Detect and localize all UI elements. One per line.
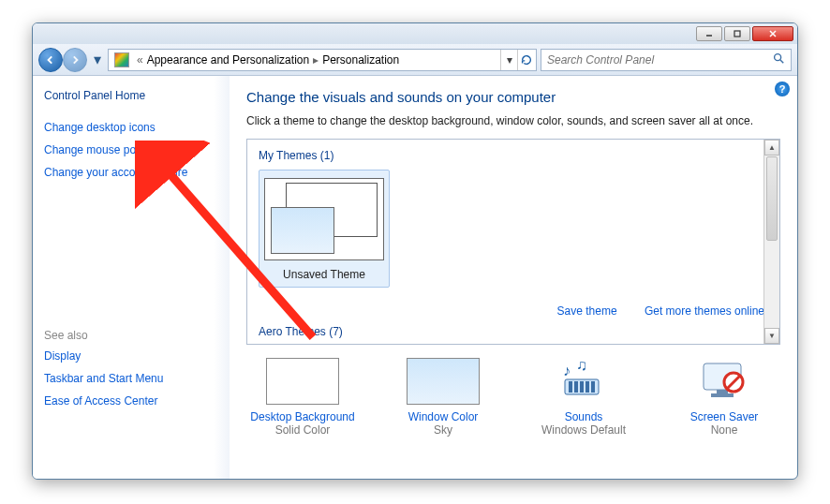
my-themes-label: My Themes (1) <box>259 149 768 162</box>
nav-row: ▾ « Appearance and Personalization ▸ Per… <box>33 44 797 76</box>
refresh-button[interactable] <box>517 50 534 70</box>
svg-rect-12 <box>585 381 589 393</box>
screen-saver-item[interactable]: Screen Saver None <box>668 358 780 437</box>
svg-rect-9 <box>569 381 572 393</box>
page-title: Change the visuals and sounds on your co… <box>246 89 780 105</box>
sidebar-link-desktop-icons[interactable]: Change desktop icons <box>44 121 218 134</box>
svg-rect-15 <box>717 390 728 393</box>
search-input[interactable] <box>547 53 772 67</box>
see-also-label: See also <box>44 329 218 342</box>
svg-rect-16 <box>711 393 734 397</box>
svg-rect-11 <box>580 381 584 393</box>
see-also-display[interactable]: Display <box>44 349 218 363</box>
save-theme-link[interactable]: Save theme <box>557 304 617 318</box>
themes-box: My Themes (1) Unsaved Theme Save theme G… <box>246 139 780 345</box>
sounds-label: Sounds <box>527 410 640 423</box>
control-panel-icon <box>114 52 129 67</box>
theme-unsaved[interactable]: Unsaved Theme <box>259 170 390 288</box>
scroll-up-button[interactable]: ▲ <box>764 140 779 156</box>
window-color-sub: Sky <box>387 423 499 437</box>
svg-line-5 <box>780 60 784 64</box>
svg-rect-1 <box>734 31 740 37</box>
svg-rect-10 <box>574 381 578 393</box>
scroll-down-button[interactable]: ▼ <box>764 328 779 344</box>
sidebar-link-account-picture[interactable]: Change your account picture <box>44 166 218 179</box>
close-button[interactable] <box>752 26 793 41</box>
desktop-background-item[interactable]: Desktop Background Solid Color <box>246 358 359 437</box>
window-color-thumb <box>407 358 480 405</box>
address-bar[interactable]: « Appearance and Personalization ▸ Perso… <box>108 49 537 71</box>
back-button[interactable] <box>38 48 63 72</box>
help-icon[interactable]: ? <box>775 82 790 96</box>
theme-preview-icon <box>264 178 384 260</box>
maximize-button[interactable] <box>724 26 750 41</box>
address-dropdown[interactable]: ▾ <box>500 50 517 70</box>
sounds-icon: ♪ ♫ <box>556 358 612 405</box>
aero-themes-label: Aero Themes (7) <box>259 325 343 338</box>
desktop-background-sub: Solid Color <box>246 423 359 437</box>
see-also-ease-of-access[interactable]: Ease of Access Center <box>44 394 218 408</box>
breadcrumb-part-1[interactable]: Appearance and Personalization <box>147 53 309 67</box>
scroll-thumb[interactable] <box>766 156 778 241</box>
main-panel: ? Change the visuals and sounds on your … <box>230 76 797 479</box>
screen-saver-sub: None <box>668 423 780 437</box>
sounds-item[interactable]: ♪ ♫ Sounds Windows Default <box>527 358 640 437</box>
svg-text:♫: ♫ <box>576 361 587 373</box>
get-more-themes-link[interactable]: Get more themes online <box>645 304 764 318</box>
bottom-row: Desktop Background Solid Color Window Co… <box>246 358 780 437</box>
see-also-taskbar[interactable]: Taskbar and Start Menu <box>44 372 218 385</box>
chevron-left-icon: « <box>137 53 143 67</box>
window-color-label: Window Color <box>387 410 499 423</box>
control-panel-home-link[interactable]: Control Panel Home <box>44 89 218 102</box>
titlebar <box>33 23 797 44</box>
breadcrumb-part-2[interactable]: Personalization <box>322 53 399 67</box>
window-color-item[interactable]: Window Color Sky <box>387 358 499 437</box>
sidebar: Control Panel Home Change desktop icons … <box>33 76 230 479</box>
search-box[interactable] <box>541 49 792 71</box>
forward-button[interactable] <box>63 48 87 72</box>
svg-point-4 <box>775 54 781 61</box>
desktop-background-label: Desktop Background <box>246 410 359 423</box>
svg-text:♪: ♪ <box>563 363 571 378</box>
sounds-sub: Windows Default <box>527 423 640 437</box>
screen-saver-icon <box>696 358 752 405</box>
desktop-background-thumb <box>266 358 339 405</box>
control-panel-window: ▾ « Appearance and Personalization ▸ Per… <box>32 22 798 480</box>
themes-scrollbar[interactable]: ▲ ▼ <box>763 140 779 344</box>
theme-name: Unsaved Theme <box>263 268 385 285</box>
page-subtitle: Click a theme to change the desktop back… <box>246 114 780 127</box>
sidebar-link-mouse-pointers[interactable]: Change mouse pointers <box>44 143 218 156</box>
minimize-button[interactable] <box>696 26 722 41</box>
svg-rect-13 <box>591 381 595 393</box>
search-icon[interactable] <box>772 52 785 67</box>
screen-saver-label: Screen Saver <box>668 410 780 423</box>
nav-history-dropdown[interactable]: ▾ <box>91 51 104 68</box>
content-area: Control Panel Home Change desktop icons … <box>33 76 797 479</box>
chevron-right-icon: ▸ <box>313 53 319 67</box>
